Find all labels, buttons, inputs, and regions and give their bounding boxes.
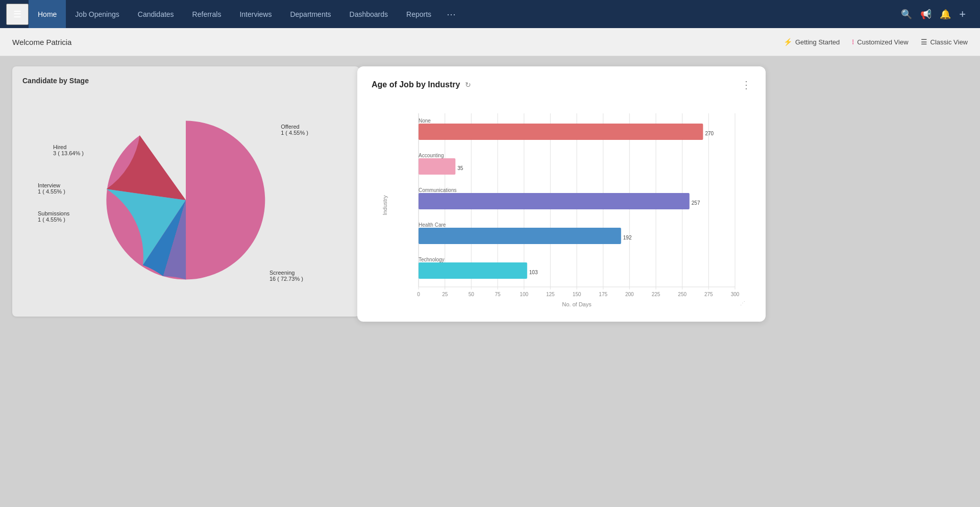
grid-icon: ⁝ [852, 38, 854, 46]
svg-text:Accounting: Accounting [419, 153, 444, 158]
candidate-by-stage-card: Candidate by Stage [12, 66, 359, 317]
bar-none [419, 124, 703, 140]
header-bar: Welcome Patricia ⚡ Getting Started ⁝ Cus… [0, 28, 980, 56]
nav-departments[interactable]: Departments [281, 0, 340, 28]
svg-text:200: 200 [625, 292, 634, 297]
svg-text:175: 175 [599, 292, 607, 297]
navbar: ☰ Home Job Openings Candidates Referrals… [0, 0, 980, 28]
classic-view-button[interactable]: ☰ Classic View [921, 38, 968, 46]
pie-chart-container: Offered 1 ( 4.55% ) Hired 3 ( 13.64% ) I… [22, 93, 349, 307]
age-of-job-card: Age of Job by Industry ↻ ⋮ Industry [357, 66, 766, 322]
bar-communications [419, 193, 690, 209]
bell-icon[interactable]: 🔔 [940, 9, 951, 20]
svg-text:Communications: Communications [419, 187, 456, 193]
svg-text:270: 270 [705, 131, 714, 136]
label-interview: Interview 1 ( 4.55% ) [38, 182, 65, 195]
more-options-icon[interactable]: ⋮ [741, 79, 751, 91]
svg-text:50: 50 [469, 292, 475, 297]
bar-chart-svg: Industry 0 25 50 7 [372, 103, 751, 307]
lightning-icon: ⚡ [783, 38, 792, 46]
nav-candidates[interactable]: Candidates [129, 0, 183, 28]
svg-text:225: 225 [652, 292, 660, 297]
svg-text:0: 0 [417, 292, 420, 297]
svg-text:250: 250 [678, 292, 687, 297]
nav-referrals[interactable]: Referrals [183, 0, 231, 28]
getting-started-label: Getting Started [795, 38, 840, 46]
nav-dashboards[interactable]: Dashboards [340, 0, 398, 28]
age-job-card-header: Age of Job by Industry ↻ ⋮ [372, 79, 751, 91]
svg-text:75: 75 [495, 292, 501, 297]
customized-view-label: Customized View [857, 38, 908, 46]
nav-more-button[interactable]: ⋯ [440, 9, 462, 20]
nav-home[interactable]: Home [29, 0, 66, 28]
add-icon[interactable]: + [959, 8, 966, 21]
list-icon: ☰ [921, 38, 927, 46]
svg-text:275: 275 [704, 292, 713, 297]
getting-started-button[interactable]: ⚡ Getting Started [783, 38, 840, 46]
nav-interviews[interactable]: Interviews [230, 0, 281, 28]
svg-text:25: 25 [442, 292, 448, 297]
svg-text:⋰: ⋰ [740, 300, 745, 306]
svg-text:257: 257 [692, 200, 700, 206]
svg-text:None: None [419, 118, 431, 124]
y-axis-label: Industry [382, 195, 388, 215]
age-job-title: Age of Job by Industry [372, 80, 460, 89]
svg-text:100: 100 [520, 292, 528, 297]
classic-view-label: Classic View [930, 38, 968, 46]
welcome-text: Welcome Patricia [12, 38, 71, 46]
bar-accounting [419, 158, 455, 175]
megaphone-icon[interactable]: 📢 [920, 9, 932, 20]
main-content: Candidate by Stage [0, 56, 980, 507]
label-offered: Offered 1 ( 4.55% ) [281, 124, 308, 136]
candidate-card-title: Candidate by Stage [22, 77, 349, 85]
label-submissions: Submissions 1 ( 4.55% ) [38, 210, 69, 223]
label-screening: Screening 16 ( 72.73% ) [270, 270, 303, 282]
svg-text:192: 192 [623, 235, 632, 240]
svg-text:103: 103 [529, 270, 538, 275]
pie-chart [89, 103, 283, 297]
label-hired: Hired 3 ( 13.64% ) [53, 144, 84, 156]
svg-text:125: 125 [546, 292, 555, 297]
svg-text:150: 150 [573, 292, 581, 297]
svg-text:Technology: Technology [419, 257, 445, 262]
bar-health-care [419, 228, 621, 244]
nav-reports[interactable]: Reports [397, 0, 440, 28]
svg-text:300: 300 [731, 292, 740, 297]
bar-technology [419, 262, 527, 279]
svg-text:Health Care: Health Care [419, 222, 446, 228]
refresh-icon[interactable]: ↻ [465, 81, 471, 89]
customized-view-button[interactable]: ⁝ Customized View [852, 38, 908, 46]
nav-job-openings[interactable]: Job Openings [66, 0, 128, 28]
hamburger-menu[interactable]: ☰ [6, 4, 29, 25]
svg-text:35: 35 [457, 165, 463, 171]
svg-text:No. of Days: No. of Days [562, 301, 592, 307]
search-icon[interactable]: 🔍 [901, 9, 912, 20]
